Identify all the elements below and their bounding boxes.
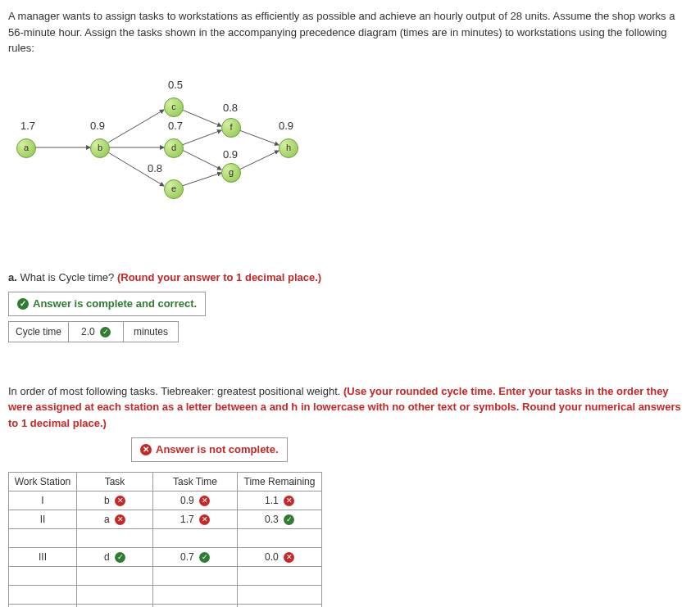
table-row	[9, 528, 322, 547]
cell-workstation: III	[9, 547, 77, 566]
table-row	[9, 566, 322, 585]
header-tasktime: Task Time	[153, 472, 238, 491]
cell-task[interactable]	[77, 528, 153, 547]
cell-tasktime[interactable]	[153, 566, 238, 585]
cell-tasktime[interactable]	[153, 528, 238, 547]
table-row: Ib ✕0.9 ✕1.1 ✕	[9, 491, 322, 510]
diagram-time-g: 0.9	[223, 147, 238, 163]
x-circle-icon: ✕	[284, 552, 294, 563]
answer-table: Work Station Task Task Time Time Remaini…	[8, 472, 322, 608]
problem-statement: A manager wants to assign tasks to works…	[8, 8, 692, 57]
diagram-node-b: b	[90, 138, 110, 158]
diagram-time-d: 0.7	[168, 118, 183, 134]
feedback-incomplete-text: Answer is not complete.	[156, 442, 279, 458]
feedback-banner-incomplete: ✕ Answer is not complete.	[131, 437, 288, 462]
cell-task[interactable]: d ✓	[77, 547, 153, 566]
question-a: a. What is Cycle time? (Round your answe…	[8, 270, 692, 286]
svg-line-7	[182, 173, 221, 186]
cell-tasktime[interactable]	[153, 585, 238, 604]
header-workstation: Work Station	[9, 472, 77, 491]
diagram-time-e: 0.8	[148, 161, 162, 177]
cell-timeremaining[interactable]	[238, 528, 322, 547]
feedback-correct-text: Answer is complete and correct.	[33, 296, 197, 312]
diagram-node-e: e	[164, 179, 184, 199]
cell-tasktime[interactable]: 0.8 ✕	[153, 604, 238, 607]
instructions-2: In order of most following tasks. Tiebre…	[8, 383, 692, 432]
instructions-2-lead: In order of most following tasks. Tiebre…	[8, 385, 343, 397]
cell-tasktime[interactable]: 0.9 ✕	[153, 491, 238, 510]
diagram-time-f: 0.8	[223, 100, 238, 116]
table-row: IIId ✓0.7 ✓0.0 ✕	[9, 547, 322, 566]
cell-tasktime[interactable]: 0.7 ✓	[153, 547, 238, 566]
cell-timeremaining[interactable]: 0.0 ✕	[238, 547, 322, 566]
table-row: IIa ✕1.7 ✕0.3 ✓	[9, 510, 322, 528]
svg-line-6	[182, 150, 221, 170]
feedback-banner-correct: ✓ Answer is complete and correct.	[8, 292, 206, 316]
cycle-time-label: Cycle time	[9, 321, 69, 342]
cycle-time-table: Cycle time 2.0 ✓ minutes	[8, 321, 179, 342]
x-circle-icon: ✕	[140, 444, 152, 455]
cell-timeremaining[interactable]	[238, 585, 322, 604]
cell-workstation	[9, 585, 77, 604]
table-row: IVe ✕0.8 ✕(0.8) ✕	[9, 604, 322, 607]
svg-line-1	[108, 110, 164, 143]
diagram-time-b: 0.9	[90, 118, 105, 134]
cell-task[interactable]: a ✕	[77, 510, 153, 528]
cell-task[interactable]: e ✕	[77, 604, 153, 607]
diagram-node-a: a	[16, 138, 36, 158]
check-circle-icon: ✓	[199, 552, 210, 563]
svg-line-5	[182, 130, 221, 145]
cell-timeremaining[interactable]: 1.1 ✕	[238, 491, 322, 510]
question-a-hint: (Round your answer to 1 decimal place.)	[117, 271, 321, 283]
svg-line-9	[239, 151, 279, 170]
svg-line-4	[182, 110, 221, 126]
check-circle-icon: ✓	[100, 327, 111, 337]
cell-workstation	[9, 528, 77, 547]
header-task: Task	[77, 472, 153, 491]
x-circle-icon: ✕	[115, 496, 125, 506]
diagram-node-h: h	[279, 138, 298, 158]
cell-timeremaining[interactable]	[238, 566, 322, 585]
check-circle-icon: ✓	[17, 298, 29, 310]
x-circle-icon: ✕	[199, 496, 210, 506]
cell-workstation	[9, 566, 77, 585]
header-timeremaining: Time Remaining	[238, 472, 322, 491]
cell-task[interactable]	[77, 566, 153, 585]
question-a-prefix: a.	[8, 271, 17, 283]
cell-timeremaining[interactable]: 0.3 ✓	[238, 510, 322, 528]
precedence-diagram: a b c d e f g h 1.7 0.9 0.5 0.7 0.8 0.8 …	[8, 73, 336, 237]
table-row	[9, 585, 322, 604]
cell-workstation: I	[9, 491, 77, 510]
x-circle-icon: ✕	[115, 514, 125, 525]
x-circle-icon: ✕	[284, 496, 294, 506]
cell-workstation: II	[9, 510, 77, 528]
diagram-node-d: d	[164, 138, 184, 158]
diagram-time-c: 0.5	[168, 77, 183, 93]
cell-timeremaining[interactable]: (0.8) ✕	[238, 604, 322, 607]
cycle-time-value: 2.0	[81, 326, 95, 337]
question-a-text: What is Cycle time?	[17, 271, 117, 283]
check-circle-icon: ✓	[284, 514, 294, 525]
check-circle-icon: ✓	[115, 552, 125, 563]
cell-task[interactable]: b ✕	[77, 491, 153, 510]
x-circle-icon: ✕	[199, 514, 210, 525]
cell-workstation: IV	[9, 604, 77, 607]
diagram-node-g: g	[221, 163, 241, 183]
diagram-node-f: f	[221, 118, 241, 138]
cycle-time-value-cell[interactable]: 2.0 ✓	[69, 321, 124, 342]
cell-tasktime[interactable]: 1.7 ✕	[153, 510, 238, 528]
cell-task[interactable]	[77, 585, 153, 604]
diagram-node-c: c	[164, 97, 184, 117]
diagram-time-a: 1.7	[20, 118, 35, 134]
cycle-time-unit: minutes	[124, 321, 179, 342]
svg-line-8	[239, 130, 279, 145]
diagram-time-h: 0.9	[279, 118, 293, 134]
